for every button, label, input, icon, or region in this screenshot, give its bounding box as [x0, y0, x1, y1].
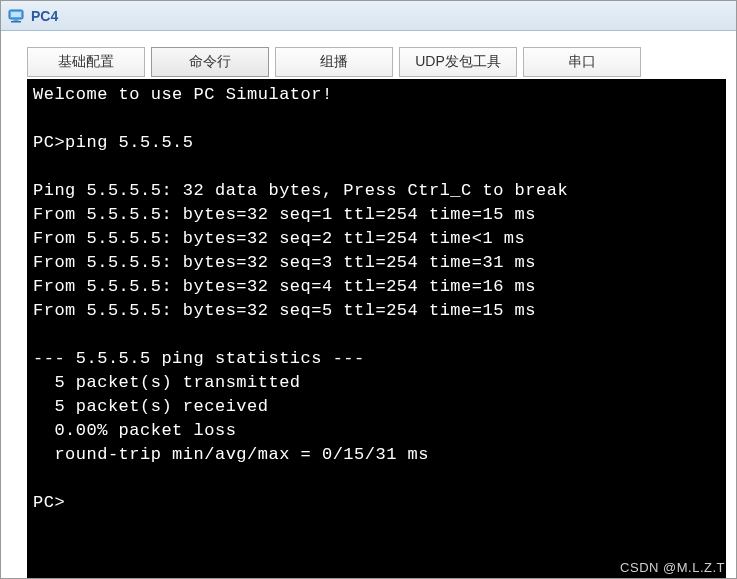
- terminal-output[interactable]: Welcome to use PC Simulator! PC>ping 5.5…: [27, 79, 726, 578]
- tab-udp-tool[interactable]: UDP发包工具: [399, 47, 517, 77]
- tab-serial[interactable]: 串口: [523, 47, 641, 77]
- tab-basic-config[interactable]: 基础配置: [27, 47, 145, 77]
- watermark: CSDN @M.L.Z.T: [620, 560, 725, 575]
- svg-rect-2: [14, 19, 19, 21]
- tab-multicast[interactable]: 组播: [275, 47, 393, 77]
- svg-rect-1: [11, 12, 21, 17]
- pc-icon: [7, 7, 25, 25]
- app-window: PC4 基础配置 命令行 组播 UDP发包工具 串口 Welcome to us…: [0, 0, 737, 579]
- content-area: 基础配置 命令行 组播 UDP发包工具 串口 Welcome to use PC…: [1, 31, 736, 578]
- titlebar: PC4: [1, 1, 736, 31]
- svg-rect-3: [11, 21, 21, 23]
- tab-bar: 基础配置 命令行 组播 UDP发包工具 串口: [27, 47, 726, 77]
- window-title: PC4: [31, 8, 58, 24]
- tab-command-line[interactable]: 命令行: [151, 47, 269, 77]
